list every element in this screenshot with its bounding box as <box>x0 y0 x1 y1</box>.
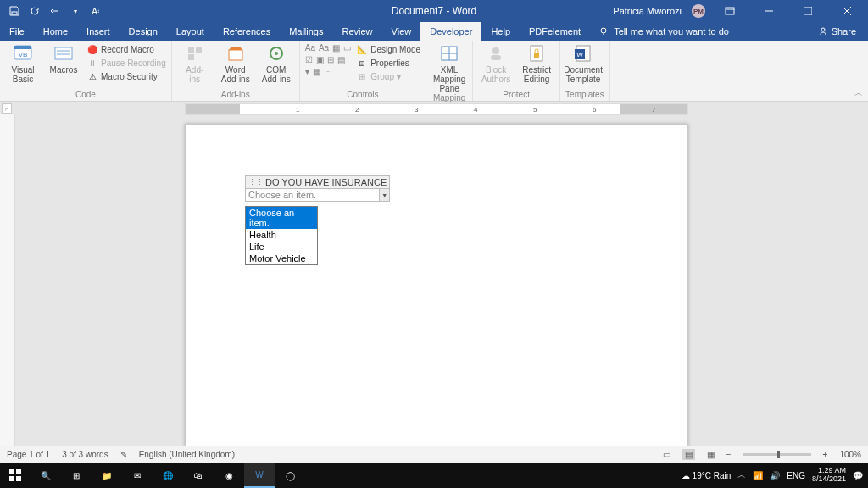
read-mode-icon[interactable]: ▭ <box>663 450 670 459</box>
content-control-body[interactable]: Choose an item. ▼ <box>245 189 390 202</box>
notifications-icon[interactable]: 💬 <box>853 471 863 480</box>
spellcheck-icon[interactable]: ✎ <box>120 450 127 459</box>
block-icon <box>484 43 508 64</box>
qat-dropdown-icon[interactable]: ▾ <box>70 5 81 17</box>
controls-gallery-row1[interactable]: AaAa▦▭ <box>305 43 351 53</box>
word-count[interactable]: 3 of 3 words <box>62 450 108 459</box>
tab-help[interactable]: Help <box>481 22 520 41</box>
vertical-ruler[interactable] <box>0 114 15 446</box>
content-control-title-bar[interactable]: ⋮⋮ DO YOU HAVE INSURANCE <box>245 175 390 189</box>
vb-icon: VB <box>11 43 35 64</box>
taskbar-app-chrome[interactable]: ◉ <box>214 463 244 488</box>
taskbar-app-store[interactable]: 🛍 <box>183 463 214 488</box>
document-template-button[interactable]: W Document Template <box>565 43 601 84</box>
tab-design[interactable]: Design <box>120 22 167 41</box>
dropdown-toggle-button[interactable]: ▼ <box>379 189 389 201</box>
clock-date: 8/14/2021 <box>812 475 846 484</box>
zoom-in-button[interactable]: + <box>823 450 828 459</box>
taskbar-app-explorer[interactable]: 📁 <box>92 463 122 488</box>
quick-access-toolbar: ▾ A↕ <box>0 5 102 17</box>
user-avatar[interactable]: PM <box>692 4 705 18</box>
svg-rect-32 <box>9 469 14 474</box>
content-control-title: DO YOU HAVE INSURANCE <box>265 177 387 187</box>
page[interactable]: ⋮⋮ DO YOU HAVE INSURANCE Choose an item.… <box>185 124 688 446</box>
zoom-level[interactable]: 100% <box>839 450 861 459</box>
taskbar-app-word[interactable]: W <box>244 463 275 488</box>
save-icon[interactable] <box>8 5 20 17</box>
store-icon <box>224 43 248 64</box>
ruler-corner[interactable]: ⌐ <box>2 103 12 114</box>
minimize-button[interactable] <box>754 0 783 22</box>
taskbar-app-mail[interactable]: ✉ <box>122 463 153 488</box>
properties-button[interactable]: 🗉Properties <box>356 57 420 69</box>
tab-pdfelement[interactable]: PDFelement <box>520 22 590 41</box>
controls-gallery-row3[interactable]: ▾▦⋯ <box>305 67 351 76</box>
volume-icon[interactable]: 🔊 <box>770 471 780 480</box>
com-addins-button[interactable]: COM Add-ins <box>259 43 294 84</box>
macro-security-button[interactable]: ⚠Macro Security <box>86 70 166 82</box>
ribbon-display-icon[interactable] <box>715 0 744 22</box>
weather-widget[interactable]: ☁ 19°C Rain <box>682 471 731 480</box>
tab-mailings[interactable]: Mailings <box>280 22 332 41</box>
touch-mode-icon[interactable]: A↕ <box>90 5 102 17</box>
horizontal-ruler[interactable]: 1 2 3 4 5 6 7 <box>15 103 868 115</box>
tell-me-label: Tell me what you want to do <box>614 26 729 36</box>
clock[interactable]: 1:29 AM 8/14/2021 <box>812 467 846 484</box>
close-button[interactable] <box>832 0 861 22</box>
maximize-button[interactable] <box>793 0 822 22</box>
share-icon <box>818 26 828 36</box>
network-icon[interactable]: 📶 <box>753 471 763 480</box>
search-icon[interactable]: 🔍 <box>31 463 61 488</box>
zoom-slider[interactable] <box>743 453 811 456</box>
properties-icon: 🗉 <box>356 57 368 69</box>
group-addins-label: Add-ins <box>177 90 294 100</box>
taskbar-app-edge[interactable]: 🌐 <box>153 463 183 488</box>
tab-review[interactable]: Review <box>333 22 382 41</box>
start-button[interactable] <box>0 463 31 488</box>
word-addins-button[interactable]: Word Add-ins <box>218 43 253 84</box>
visual-basic-button[interactable]: VB Visual Basic <box>5 43 41 84</box>
macros-button[interactable]: Macros <box>46 43 81 75</box>
controls-gallery-row2[interactable]: ☑▣⊞▤ <box>305 55 351 64</box>
tray-chevron-icon[interactable]: ︿ <box>737 469 746 481</box>
undo-icon[interactable] <box>49 5 61 17</box>
tab-file[interactable]: File <box>0 22 34 41</box>
user-name[interactable]: Patricia Mworozi <box>613 6 682 16</box>
group-icon: ⊞ <box>356 70 368 82</box>
svg-rect-19 <box>229 50 242 60</box>
svg-rect-33 <box>16 469 21 474</box>
web-layout-icon[interactable]: ▦ <box>707 450 715 459</box>
task-view-icon[interactable]: ⊞ <box>61 463 92 488</box>
page-count[interactable]: Page 1 of 1 <box>7 450 50 459</box>
block-authors-button: Block Authors <box>478 43 514 84</box>
record-macro-button[interactable]: 🔴Record Macro <box>86 43 166 55</box>
collapse-ribbon-icon[interactable]: ︿ <box>854 87 863 99</box>
tab-insert[interactable]: Insert <box>77 22 120 41</box>
taskbar-app-other[interactable]: ◯ <box>275 463 305 488</box>
dropdown-option-3[interactable]: Motor Vehicle <box>246 252 317 264</box>
tab-home[interactable]: Home <box>34 22 77 41</box>
tab-developer[interactable]: Developer <box>420 22 481 41</box>
xml-mapping-button[interactable]: XML Mapping Pane <box>431 43 467 93</box>
refresh-icon[interactable] <box>29 5 41 17</box>
zoom-out-button[interactable]: − <box>726 450 732 459</box>
restrict-editing-button[interactable]: Restrict Editing <box>519 43 554 84</box>
tell-me-search[interactable]: Tell me what you want to do <box>590 22 737 41</box>
tab-references[interactable]: References <box>214 22 280 41</box>
tab-view[interactable]: View <box>382 22 421 41</box>
content-control-value: Choose an item. <box>246 189 379 201</box>
com-icon <box>264 43 288 64</box>
dropdown-option-2[interactable]: Life <box>246 241 317 252</box>
group-controls-label: Controls <box>305 90 420 100</box>
design-mode-button[interactable]: 📐Design Mode <box>356 43 420 55</box>
document-area[interactable]: ⋮⋮ DO YOU HAVE INSURANCE Choose an item.… <box>15 115 868 446</box>
tab-layout[interactable]: Layout <box>167 22 214 41</box>
language-indicator[interactable]: ENG <box>787 471 805 480</box>
print-layout-icon[interactable]: ▤ <box>682 449 695 460</box>
share-button[interactable]: Share <box>818 22 868 41</box>
dropdown-option-1[interactable]: Health <box>246 229 317 241</box>
cc-handle-icon[interactable]: ⋮⋮ <box>248 178 264 186</box>
share-label: Share <box>832 26 856 36</box>
dropdown-option-0[interactable]: Choose an item. <box>246 207 317 229</box>
language[interactable]: English (United Kingdom) <box>139 450 235 459</box>
